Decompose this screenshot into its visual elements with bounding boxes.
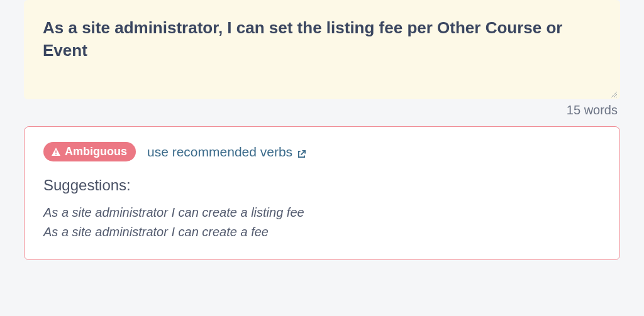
suggestion-item: As a site administrator I can create a f… — [43, 222, 601, 242]
resize-handle-icon[interactable] — [610, 89, 618, 97]
link-label: use recommended verbs — [147, 144, 292, 160]
editor-container: As a site administrator, I can set the l… — [0, 0, 644, 260]
warning-icon — [51, 147, 61, 157]
badge-label: Ambiguous — [65, 145, 127, 158]
word-count-row: 15 words — [24, 99, 620, 126]
recommended-verbs-link[interactable]: use recommended verbs — [147, 144, 306, 160]
svg-line-2 — [616, 97, 617, 97]
svg-rect-3 — [55, 150, 57, 153]
ambiguous-badge: Ambiguous — [43, 142, 136, 161]
suggestion-panel: Ambiguous use recommended verbs Suggesti… — [24, 126, 620, 260]
panel-header: Ambiguous use recommended verbs — [43, 142, 601, 161]
user-story-input-area[interactable]: As a site administrator, I can set the l… — [24, 0, 620, 99]
suggestion-item: As a site administrator I can create a l… — [43, 203, 601, 222]
suggestions-title: Suggestions: — [43, 177, 601, 194]
external-link-icon — [297, 147, 306, 156]
svg-rect-4 — [55, 153, 57, 155]
svg-line-0 — [611, 92, 617, 97]
user-story-text: As a site administrator, I can set the l… — [43, 16, 601, 62]
word-count-label: 15 words — [567, 103, 618, 117]
